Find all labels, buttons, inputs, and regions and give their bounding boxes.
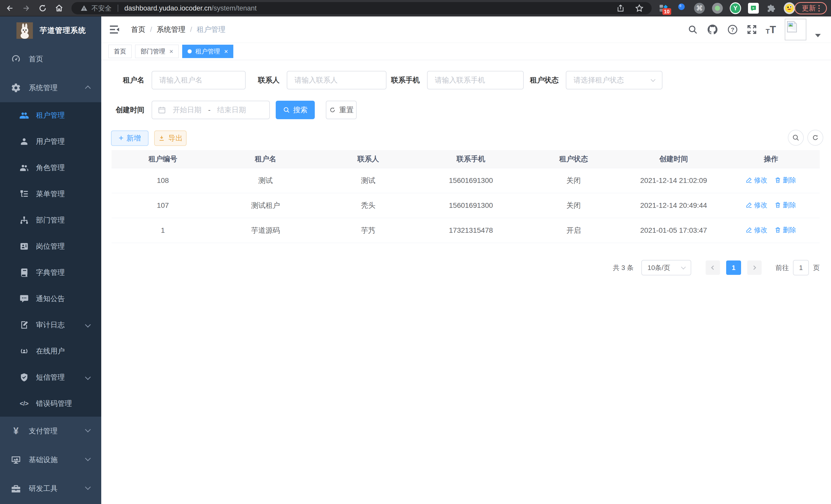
fullscreen-icon[interactable] <box>747 24 757 35</box>
cell-create-time: 2021-01-05 17:03:47 <box>625 218 722 243</box>
sidebar-toggle-icon[interactable] <box>109 24 120 35</box>
sidebar-item-payment[interactable]: ¥ 支付管理 <box>0 417 101 445</box>
svg-text:?: ? <box>731 26 735 33</box>
sidebar-item-infra[interactable]: 基础设施 <box>0 445 101 474</box>
system-submenu: 租户管理 用户管理 角色管理 <box>0 102 101 417</box>
sidebar-item-home[interactable]: 首页 <box>0 45 101 73</box>
search-icon[interactable] <box>688 24 698 35</box>
tag-home[interactable]: 首页 <box>109 45 132 58</box>
goto-label: 前往 <box>775 263 789 272</box>
sidebar-item-dict[interactable]: 字典管理 <box>0 260 101 286</box>
search-icon <box>792 134 800 142</box>
help-icon[interactable]: ? <box>727 24 738 35</box>
total-count: 共 3 条 <box>613 263 634 272</box>
close-icon[interactable]: × <box>224 48 228 56</box>
extension-chat-icon[interactable] <box>748 3 759 14</box>
tag-dept[interactable]: 部门管理 × <box>135 45 179 58</box>
extension-command-icon[interactable]: ⌘ <box>694 3 705 14</box>
sidebar-item-menu[interactable]: 菜单管理 <box>0 181 101 207</box>
browser-home-icon[interactable] <box>53 3 65 14</box>
extension-record-icon[interactable] <box>712 3 723 14</box>
sidebar-item-online-users[interactable]: 在线用户 <box>0 338 101 364</box>
dashboard-icon <box>10 53 22 65</box>
sidebar-item-sms[interactable]: 短信管理 <box>0 364 101 390</box>
sidebar-item-role[interactable]: 角色管理 <box>0 155 101 181</box>
browser-forward-icon[interactable] <box>21 3 32 14</box>
mobile-input[interactable] <box>427 71 524 89</box>
edit-link[interactable]: 修改 <box>746 176 767 185</box>
prev-page-button[interactable] <box>706 261 720 275</box>
goto-page-input[interactable] <box>793 260 809 275</box>
bookmark-star-icon[interactable] <box>635 4 644 13</box>
reset-button[interactable]: 重置 <box>326 101 357 119</box>
close-icon[interactable]: × <box>169 48 173 56</box>
browser-reload-icon[interactable] <box>37 3 48 14</box>
delete-link[interactable]: 删除 <box>774 176 796 185</box>
cell-status: 关闭 <box>522 168 625 193</box>
sidebar-item-label: 系统管理 <box>29 83 58 93</box>
extension-pin-icon[interactable] <box>676 3 687 14</box>
extension-yuque-icon[interactable]: Y <box>730 3 741 14</box>
sidebar-item-devtools[interactable]: 研发工具 <box>0 474 101 503</box>
cell-tenant-id: 108 <box>112 168 214 193</box>
date-end-placeholder: 结束日期 <box>217 105 246 115</box>
sidebar-logo-row[interactable]: 芋道管理系统 <box>0 17 101 45</box>
more-menu-icon[interactable] <box>819 5 820 11</box>
font-size-icon[interactable]: TT <box>766 24 776 35</box>
sidebar-item-user[interactable]: 用户管理 <box>0 128 101 155</box>
edit-pen-icon <box>746 227 752 233</box>
screen: 不安全 dashboard.yudao.iocoder.cn /system/t… <box>0 0 831 504</box>
add-button[interactable]: + 新增 <box>111 130 148 146</box>
contact-input[interactable] <box>287 71 386 89</box>
sidebar-item-dept[interactable]: 部门管理 <box>0 207 101 233</box>
sidebar-item-tenant[interactable]: 租户管理 <box>0 102 101 128</box>
avatar[interactable] <box>785 19 806 40</box>
page-size-select[interactable]: 10条/页 <box>641 260 691 275</box>
delete-link[interactable]: 删除 <box>774 226 796 235</box>
breadcrumb-home[interactable]: 首页 <box>131 25 145 34</box>
page-number-current[interactable]: 1 <box>726 261 741 275</box>
extension-grid-icon[interactable]: 10 <box>658 3 669 14</box>
breadcrumb-separator: / <box>190 25 192 34</box>
github-icon[interactable] <box>707 24 718 35</box>
share-icon[interactable] <box>616 4 625 12</box>
status-label: 租户状态 <box>512 71 558 89</box>
chevron-right-icon <box>752 266 756 270</box>
date-range-picker[interactable]: 开始日期 - 结束日期 <box>152 101 270 119</box>
sidebar-item-audit-log[interactable]: 审计日志 <box>0 312 101 338</box>
tenant-name-input[interactable] <box>152 71 246 89</box>
edit-link[interactable]: 修改 <box>746 226 767 235</box>
status-select[interactable]: 请选择租户状态 <box>566 71 662 89</box>
calendar-icon <box>158 106 166 114</box>
next-page-button[interactable] <box>747 261 762 275</box>
refresh-table-button[interactable] <box>807 130 823 146</box>
browser-update-button[interactable]: 更新 <box>795 2 827 14</box>
edit-link[interactable]: 修改 <box>746 201 767 210</box>
sidebar-item-system[interactable]: 系统管理 <box>0 73 101 102</box>
tree-table-icon <box>19 189 29 199</box>
chevron-down-icon <box>651 77 655 82</box>
avatar-caret-icon[interactable] <box>815 34 821 37</box>
profile-avatar-icon[interactable] <box>784 3 795 14</box>
export-button[interactable]: 导出 <box>154 130 187 146</box>
browser-back-icon[interactable] <box>4 3 16 14</box>
tenant-users-icon <box>19 110 29 120</box>
tag-tenant[interactable]: 租户管理 × <box>182 45 233 58</box>
delete-link[interactable]: 删除 <box>774 201 796 210</box>
date-separator: - <box>208 106 210 114</box>
extensions-puzzle-icon[interactable] <box>766 3 777 14</box>
sidebar-item-label: 角色管理 <box>36 163 65 173</box>
yen-icon: ¥ <box>10 425 22 437</box>
status-select-placeholder: 请选择租户状态 <box>574 75 624 85</box>
search-button[interactable]: 搜索 <box>276 101 315 119</box>
cell-mobile: 15601691300 <box>420 193 522 218</box>
sidebar-item-post[interactable]: 岗位管理 <box>0 233 101 260</box>
cell-status: 开启 <box>522 218 625 243</box>
breadcrumb-system[interactable]: 系统管理 <box>157 25 185 34</box>
toggle-search-button[interactable] <box>788 130 804 146</box>
user-icon <box>19 137 29 147</box>
sidebar-item-error-code[interactable]: </> 错误码管理 <box>0 390 101 417</box>
address-bar[interactable]: 不安全 dashboard.yudao.iocoder.cn /system/t… <box>71 2 652 14</box>
sidebar-item-notice[interactable]: 通知公告 <box>0 286 101 312</box>
sidebar-item-label: 用户管理 <box>36 137 65 146</box>
